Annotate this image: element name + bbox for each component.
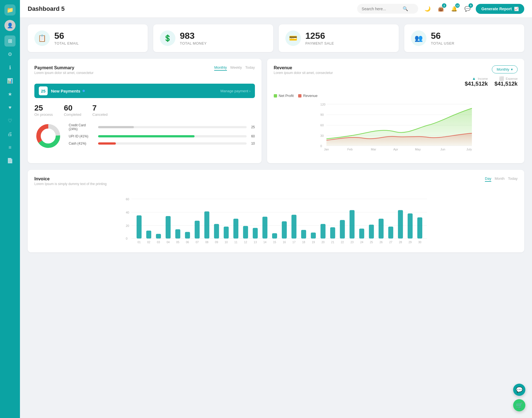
- svg-rect-33: [156, 234, 161, 239]
- revenue-title: Revenue: [274, 65, 333, 70]
- svg-rect-77: [369, 225, 374, 239]
- cash-label: Cash (41%): [69, 142, 95, 145]
- payment-sale-value: 1256: [305, 31, 334, 41]
- svg-text:July: July: [466, 148, 472, 151]
- svg-rect-41: [195, 221, 200, 239]
- mid-row: Payment Summary Lorem ipsum dolor sit am…: [28, 59, 524, 163]
- svg-text:23: 23: [351, 241, 354, 244]
- svg-rect-31: [146, 230, 151, 239]
- cash-val: 10: [249, 142, 255, 145]
- revenue-subtitle: Lorem ipsum dolor sit amet, consectetur: [274, 71, 333, 75]
- svg-rect-63: [301, 230, 306, 239]
- support-fab[interactable]: 💬: [513, 384, 525, 396]
- svg-rect-53: [253, 228, 258, 239]
- moon-icon-btn[interactable]: 🌙: [423, 4, 433, 14]
- legend-net-profit: Net Profit: [274, 94, 294, 98]
- invoice-tab-today[interactable]: Today: [508, 176, 518, 182]
- payment-summary-title: Payment Summary: [34, 65, 93, 70]
- search-input[interactable]: [362, 7, 400, 11]
- bell-icon-btn[interactable]: 🔔 12: [449, 4, 459, 14]
- sidebar-item-list[interactable]: ≡: [4, 142, 16, 153]
- svg-text:30: 30: [418, 241, 422, 244]
- svg-text:30: 30: [320, 134, 324, 137]
- svg-text:90: 90: [320, 113, 324, 116]
- svg-rect-65: [311, 233, 316, 239]
- page-title: Dashboard 5: [28, 5, 353, 12]
- svg-rect-75: [359, 229, 364, 239]
- stat-card-payment: 💳 1256 PAYMENT SALE: [279, 24, 399, 52]
- invoice-tab-month[interactable]: Month: [495, 176, 505, 182]
- cart-fab[interactable]: 🛒: [513, 399, 525, 411]
- svg-text:03: 03: [157, 241, 160, 244]
- svg-text:05: 05: [176, 241, 180, 244]
- svg-text:20: 20: [126, 224, 129, 227]
- svg-text:06: 06: [186, 241, 189, 244]
- revenue-chart: 120 90 60 30 0: [274, 100, 518, 157]
- svg-text:29: 29: [409, 241, 412, 244]
- svg-text:10: 10: [225, 241, 228, 244]
- income-amount: ▲ Income $41,512k: [465, 76, 488, 87]
- manage-payment-link[interactable]: Manage payment ›: [220, 89, 250, 93]
- stat-card-money: 💲 983 TOTAL MONEY: [153, 24, 273, 52]
- svg-text:27: 27: [389, 241, 393, 244]
- svg-text:07: 07: [196, 241, 199, 244]
- svg-rect-39: [185, 232, 190, 239]
- chart-legend: Net Profit Revenue: [274, 94, 518, 98]
- on-process-label: On process: [34, 112, 53, 117]
- svg-rect-59: [282, 221, 287, 239]
- user-avatar[interactable]: 👤: [4, 20, 16, 31]
- user-icon: 👥: [411, 30, 426, 46]
- tab-monthly[interactable]: Monthly: [214, 65, 227, 71]
- total-money-value: 983: [180, 31, 207, 41]
- wallet-icon-btn[interactable]: 👜 2: [436, 4, 446, 14]
- svg-text:0: 0: [320, 144, 322, 148]
- canceled-stat: 7 Canceled: [92, 104, 108, 117]
- svg-text:14: 14: [264, 241, 267, 244]
- canceled-label: Canceled: [92, 112, 108, 117]
- sidebar-item-star[interactable]: ★: [4, 89, 16, 100]
- on-process-value: 25: [34, 104, 53, 112]
- chat-icon-btn[interactable]: 💬 5: [462, 4, 472, 14]
- svg-rect-35: [166, 216, 171, 239]
- sidebar-item-dashboard[interactable]: ⊞: [4, 35, 16, 47]
- new-payments-dot: [83, 90, 85, 92]
- progress-row-credit: Credit Card (24%) 25: [69, 123, 255, 131]
- bell-badge: 12: [455, 3, 460, 8]
- donut-chart: [34, 122, 62, 150]
- sidebar-item-heart1[interactable]: ♥: [4, 102, 16, 113]
- invoice-tab-day[interactable]: Day: [485, 176, 491, 182]
- sidebar-item-print[interactable]: 🖨: [4, 129, 16, 140]
- search-bar[interactable]: 🔍: [357, 4, 418, 14]
- svg-text:40: 40: [126, 211, 129, 214]
- svg-text:Mar: Mar: [371, 148, 376, 151]
- completed-label: Completed: [64, 112, 81, 117]
- svg-text:08: 08: [205, 241, 209, 244]
- svg-rect-49: [233, 219, 238, 239]
- svg-text:02: 02: [147, 241, 150, 244]
- total-email-label: TOTAL EMAIL: [54, 41, 79, 45]
- sidebar-item-chart[interactable]: 📊: [4, 75, 16, 86]
- sidebar-item-heart2[interactable]: ♡: [4, 115, 16, 126]
- invoice-title: Invoice: [34, 176, 107, 181]
- sidebar-item-settings[interactable]: ⚙: [4, 49, 16, 60]
- svg-rect-57: [272, 233, 277, 239]
- content-area: 📋 56 TOTAL EMAIL 💲 983 TOTAL MONEY 💳 125…: [20, 18, 532, 418]
- expense-icon: ⬜: [499, 76, 504, 81]
- tab-weekly[interactable]: Weekly: [230, 65, 242, 71]
- revenue-monthly-btn[interactable]: Monthly ▾: [492, 65, 518, 73]
- generate-report-button[interactable]: Generate Report 📈: [476, 4, 524, 14]
- sidebar-item-doc[interactable]: 📄: [4, 155, 16, 166]
- new-payments-count: 25: [39, 86, 48, 95]
- svg-point-3: [41, 129, 55, 143]
- tab-today[interactable]: Today: [245, 65, 255, 71]
- total-money-label: TOTAL MONEY: [180, 41, 207, 45]
- income-value: $41,512k: [465, 81, 488, 87]
- upi-val: 60: [249, 134, 255, 138]
- sidebar-item-info[interactable]: ℹ: [4, 62, 16, 73]
- svg-text:Apr: Apr: [393, 148, 398, 151]
- svg-text:Jan: Jan: [324, 148, 329, 151]
- sidebar-logo: 📁: [4, 4, 16, 16]
- svg-rect-45: [214, 224, 219, 239]
- svg-text:22: 22: [341, 241, 344, 244]
- sidebar: 📁 👤 ⊞ ⚙ ℹ 📊 ★ ♥ ♡ 🖨 ≡ 📄: [0, 0, 20, 418]
